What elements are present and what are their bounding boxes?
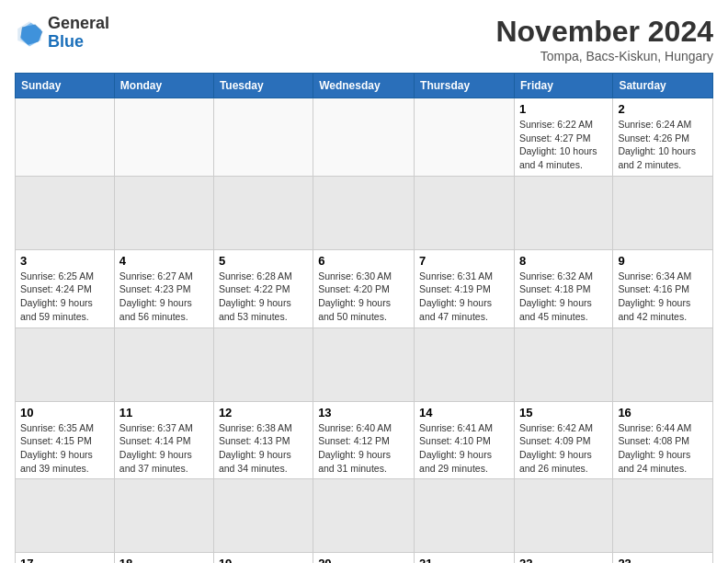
calendar-cell: 9Sunrise: 6:34 AM Sunset: 4:16 PM Daylig…	[613, 249, 713, 327]
calendar-cell	[114, 98, 213, 177]
day-detail: Sunrise: 6:35 AM Sunset: 4:15 PM Dayligh…	[20, 421, 109, 476]
calendar-cell: 14Sunrise: 6:41 AM Sunset: 4:10 PM Dayli…	[415, 401, 515, 479]
row-separator	[213, 176, 313, 249]
calendar-cell	[16, 98, 115, 177]
day-number: 9	[618, 254, 708, 268]
calendar-cell: 7Sunrise: 6:31 AM Sunset: 4:19 PM Daylig…	[415, 249, 515, 327]
calendar-table: SundayMondayTuesdayWednesdayThursdayFrid…	[15, 73, 713, 563]
calendar-cell: 17Sunrise: 6:45 AM Sunset: 4:07 PM Dayli…	[16, 553, 115, 563]
day-detail: Sunrise: 6:22 AM Sunset: 4:27 PM Dayligh…	[519, 118, 608, 172]
day-detail: Sunrise: 6:24 AM Sunset: 4:26 PM Dayligh…	[618, 118, 708, 172]
day-number: 15	[519, 406, 608, 419]
logo-icon	[15, 18, 44, 48]
row-separator	[514, 479, 612, 553]
day-number: 11	[119, 406, 209, 419]
row-separator	[114, 479, 213, 553]
day-header-tuesday: Tuesday	[213, 74, 313, 98]
calendar-cell	[313, 98, 415, 177]
location: Tompa, Bacs-Kiskun, Hungary	[495, 49, 713, 63]
row-separator	[213, 327, 313, 401]
calendar-cell: 11Sunrise: 6:37 AM Sunset: 4:14 PM Dayli…	[114, 401, 213, 479]
row-separator	[313, 176, 415, 249]
day-header-sunday: Sunday	[16, 74, 115, 98]
logo-blue: Blue	[48, 33, 109, 52]
day-number: 23	[618, 557, 708, 563]
calendar-cell: 16Sunrise: 6:44 AM Sunset: 4:08 PM Dayli…	[613, 401, 713, 479]
calendar-cell: 12Sunrise: 6:38 AM Sunset: 4:13 PM Dayli…	[213, 401, 313, 479]
day-detail: Sunrise: 6:30 AM Sunset: 4:20 PM Dayligh…	[318, 270, 409, 324]
logo: General Blue	[15, 15, 109, 52]
month-title: November 2024	[495, 15, 713, 49]
calendar-cell: 20Sunrise: 6:49 AM Sunset: 4:04 PM Dayli…	[313, 553, 415, 563]
day-number: 20	[318, 557, 409, 563]
row-separator	[514, 176, 612, 249]
day-number: 17	[20, 557, 109, 563]
day-header-friday: Friday	[514, 74, 612, 98]
calendar-cell: 13Sunrise: 6:40 AM Sunset: 4:12 PM Dayli…	[313, 401, 415, 479]
day-number: 19	[219, 557, 308, 563]
day-detail: Sunrise: 6:34 AM Sunset: 4:16 PM Dayligh…	[618, 270, 708, 324]
logo-text: General Blue	[48, 15, 109, 52]
day-number: 16	[618, 406, 708, 419]
day-number: 14	[419, 406, 509, 419]
row-separator	[313, 479, 415, 553]
row-separator	[114, 176, 213, 249]
calendar-cell: 2Sunrise: 6:24 AM Sunset: 4:26 PM Daylig…	[613, 98, 713, 177]
row-separator	[213, 479, 313, 553]
day-detail: Sunrise: 6:44 AM Sunset: 4:08 PM Dayligh…	[618, 421, 708, 476]
day-number: 8	[519, 254, 608, 268]
calendar-cell	[213, 98, 313, 177]
row-separator	[613, 479, 713, 553]
calendar-cell	[415, 98, 515, 177]
row-separator	[514, 327, 612, 401]
day-number: 2	[618, 102, 708, 116]
day-number: 18	[119, 557, 209, 563]
row-separator	[415, 176, 515, 249]
day-number: 1	[519, 102, 608, 116]
calendar-cell: 1Sunrise: 6:22 AM Sunset: 4:27 PM Daylig…	[514, 98, 612, 177]
day-detail: Sunrise: 6:41 AM Sunset: 4:10 PM Dayligh…	[419, 421, 509, 476]
day-detail: Sunrise: 6:28 AM Sunset: 4:22 PM Dayligh…	[219, 270, 308, 324]
calendar-cell: 6Sunrise: 6:30 AM Sunset: 4:20 PM Daylig…	[313, 249, 415, 327]
day-number: 21	[419, 557, 509, 563]
day-detail: Sunrise: 6:42 AM Sunset: 4:09 PM Dayligh…	[519, 421, 608, 476]
row-separator	[16, 479, 115, 553]
day-detail: Sunrise: 6:31 AM Sunset: 4:19 PM Dayligh…	[419, 270, 509, 324]
day-number: 10	[20, 406, 109, 419]
day-header-thursday: Thursday	[415, 74, 515, 98]
page-header: General Blue November 2024 Tompa, Bacs-K…	[15, 15, 713, 63]
title-area: November 2024 Tompa, Bacs-Kiskun, Hungar…	[495, 15, 713, 63]
row-separator	[613, 327, 713, 401]
day-number: 22	[519, 557, 608, 563]
day-number: 3	[20, 254, 109, 268]
day-header-monday: Monday	[114, 74, 213, 98]
logo-general: General	[48, 15, 109, 33]
day-detail: Sunrise: 6:37 AM Sunset: 4:14 PM Dayligh…	[119, 421, 209, 476]
row-separator	[313, 327, 415, 401]
row-separator	[16, 176, 115, 249]
day-detail: Sunrise: 6:38 AM Sunset: 4:13 PM Dayligh…	[219, 421, 308, 476]
day-number: 7	[419, 254, 509, 268]
row-separator	[613, 176, 713, 249]
day-number: 6	[318, 254, 409, 268]
calendar-cell: 22Sunrise: 6:52 AM Sunset: 4:03 PM Dayli…	[514, 553, 612, 563]
calendar-cell: 23Sunrise: 6:53 AM Sunset: 4:02 PM Dayli…	[613, 553, 713, 563]
day-detail: Sunrise: 6:25 AM Sunset: 4:24 PM Dayligh…	[20, 270, 109, 324]
day-detail: Sunrise: 6:40 AM Sunset: 4:12 PM Dayligh…	[318, 421, 409, 476]
row-separator	[415, 327, 515, 401]
calendar-cell: 10Sunrise: 6:35 AM Sunset: 4:15 PM Dayli…	[16, 401, 115, 479]
row-separator	[16, 327, 115, 401]
calendar-cell: 19Sunrise: 6:48 AM Sunset: 4:05 PM Dayli…	[213, 553, 313, 563]
day-number: 12	[219, 406, 308, 419]
day-number: 13	[318, 406, 409, 419]
row-separator	[415, 479, 515, 553]
calendar-cell: 3Sunrise: 6:25 AM Sunset: 4:24 PM Daylig…	[16, 249, 115, 327]
calendar-cell: 21Sunrise: 6:51 AM Sunset: 4:04 PM Dayli…	[415, 553, 515, 563]
day-detail: Sunrise: 6:27 AM Sunset: 4:23 PM Dayligh…	[119, 270, 209, 324]
calendar-cell: 18Sunrise: 6:47 AM Sunset: 4:06 PM Dayli…	[114, 553, 213, 563]
calendar-cell: 15Sunrise: 6:42 AM Sunset: 4:09 PM Dayli…	[514, 401, 612, 479]
day-number: 5	[219, 254, 308, 268]
calendar-cell: 8Sunrise: 6:32 AM Sunset: 4:18 PM Daylig…	[514, 249, 612, 327]
day-detail: Sunrise: 6:32 AM Sunset: 4:18 PM Dayligh…	[519, 270, 608, 324]
day-header-saturday: Saturday	[613, 74, 713, 98]
